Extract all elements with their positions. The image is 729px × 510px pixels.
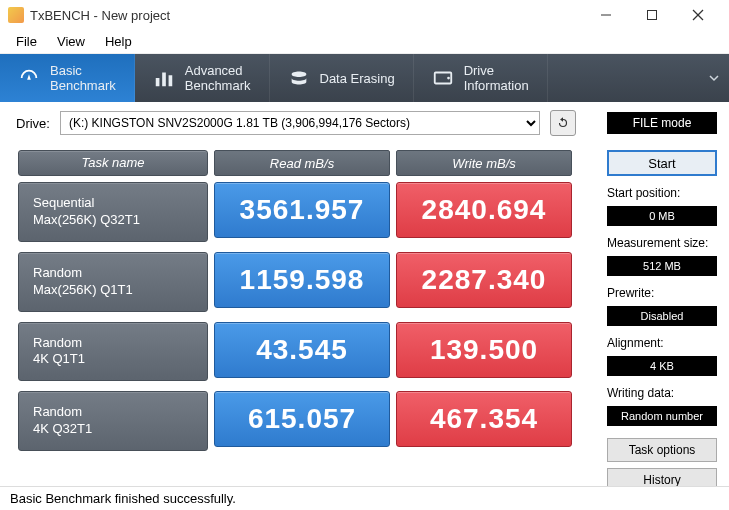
minimize-button[interactable] [583,0,629,30]
task-cell: Random Max(256K) Q1T1 [18,252,208,312]
prewrite-label: Prewrite: [607,286,717,300]
tab-drive-information[interactable]: Drive Information [414,54,548,102]
chevron-down-icon [708,72,720,84]
write-value: 2287.340 [396,252,572,308]
write-value: 467.354 [396,391,572,447]
task-cell: Random 4K Q32T1 [18,391,208,451]
write-value: 2840.694 [396,182,572,238]
start-position-value[interactable]: 0 MB [607,206,717,226]
file-mode-button[interactable]: FILE mode [607,112,717,134]
task-name-line1: Random [33,265,193,282]
task-name-line2: 4K Q32T1 [33,421,193,438]
task-cell: Random 4K Q1T1 [18,322,208,382]
prewrite-value[interactable]: Disabled [607,306,717,326]
tab-data-erasing[interactable]: Data Erasing [270,54,414,102]
svg-rect-6 [168,75,172,86]
read-value: 1159.598 [214,252,390,308]
bars-icon [153,67,175,89]
read-value: 3561.957 [214,182,390,238]
tab-label: Data Erasing [320,71,395,86]
tab-advanced-benchmark[interactable]: Advanced Benchmark [135,54,270,102]
drive-label: Drive: [16,116,50,131]
menu-view[interactable]: View [47,32,95,51]
tab-label: Drive Information [464,63,529,93]
maximize-button[interactable] [629,0,675,30]
measurement-size-value[interactable]: 512 MB [607,256,717,276]
erase-icon [288,67,310,89]
task-options-button[interactable]: Task options [607,438,717,462]
status-text: Basic Benchmark finished successfully. [10,491,236,506]
start-position-label: Start position: [607,186,717,200]
titlebar: TxBENCH - New project [0,0,729,30]
task-name-line1: Sequential [33,195,193,212]
result-row: Sequential Max(256K) Q32T1 3561.957 2840… [18,182,591,242]
result-row: Random 4K Q1T1 43.545 139.500 [18,322,591,382]
tabs-overflow[interactable] [699,54,729,102]
svg-point-8 [447,77,450,80]
window-title: TxBENCH - New project [30,8,170,23]
tab-label: Basic Benchmark [50,63,116,93]
write-value: 139.500 [396,322,572,378]
main-tabs: Basic Benchmark Advanced Benchmark Data … [0,54,729,102]
task-name-line2: Max(256K) Q32T1 [33,212,193,229]
menu-file[interactable]: File [6,32,47,51]
drive-select[interactable]: (K:) KINGSTON SNV2S2000G 1.81 TB (3,906,… [60,111,540,135]
svg-rect-4 [156,78,160,86]
task-name-line2: Max(256K) Q1T1 [33,282,193,299]
refresh-button[interactable] [550,110,576,136]
close-button[interactable] [675,0,721,30]
alignment-value[interactable]: 4 KB [607,356,717,376]
task-name-line1: Random [33,335,193,352]
task-name-line2: 4K Q1T1 [33,351,193,368]
writing-data-value[interactable]: Random number [607,406,717,426]
drive-toolbar: Drive: (K:) KINGSTON SNV2S2000G 1.81 TB … [0,102,729,144]
read-value: 43.545 [214,322,390,378]
menubar: File View Help [0,30,729,54]
task-name-line1: Random [33,404,193,421]
menu-help[interactable]: Help [95,32,142,51]
read-value: 615.057 [214,391,390,447]
svg-rect-1 [648,11,657,20]
writing-data-label: Writing data: [607,386,717,400]
measurement-size-label: Measurement size: [607,236,717,250]
result-row: Random Max(256K) Q1T1 1159.598 2287.340 [18,252,591,312]
gauge-icon [18,67,40,89]
result-row: Random 4K Q32T1 615.057 467.354 [18,391,591,451]
status-bar: Basic Benchmark finished successfully. [0,486,729,510]
start-button[interactable]: Start [607,150,717,176]
refresh-icon [556,116,570,130]
app-icon [8,7,24,23]
tab-basic-benchmark[interactable]: Basic Benchmark [0,54,135,102]
side-panel: Start Start position: 0 MB Measurement s… [601,144,729,492]
drive-icon [432,67,454,89]
header-task: Task name [18,150,208,176]
header-write: Write mB/s [396,150,572,176]
results-panel: Task name Read mB/s Write mB/s Sequentia… [0,144,601,492]
svg-rect-5 [162,73,166,87]
task-cell: Sequential Max(256K) Q32T1 [18,182,208,242]
header-read: Read mB/s [214,150,390,176]
tab-label: Advanced Benchmark [185,63,251,93]
alignment-label: Alignment: [607,336,717,350]
